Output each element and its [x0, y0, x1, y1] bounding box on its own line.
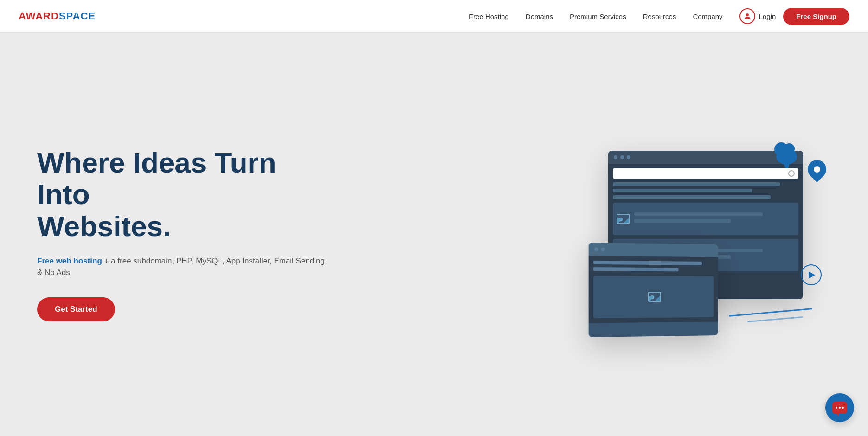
- image-placeholder-icon: [617, 214, 630, 224]
- logo-award: AWARD: [19, 10, 59, 22]
- hero-content: Where Ideas Turn Into Websites. Free web…: [37, 147, 325, 321]
- hero-subtitle: Free web hosting + a free subdomain, PHP…: [37, 255, 325, 279]
- sec-line-2: [593, 267, 678, 271]
- play-button-icon: [801, 264, 822, 285]
- chat-dot-2: [839, 407, 841, 409]
- browser-dot-s1: [594, 247, 598, 251]
- nav-item-company[interactable]: Company: [693, 13, 722, 20]
- nav-item-domains[interactable]: Domains: [526, 13, 553, 20]
- card-line-2: [634, 219, 731, 223]
- location-pin-shape: [804, 156, 830, 183]
- browser-dot-2: [620, 155, 624, 159]
- browser-url-bar: [613, 168, 798, 179]
- deco-line-2: [747, 316, 803, 322]
- browser-dot-s2: [601, 247, 605, 251]
- content-line-3: [613, 195, 771, 199]
- hero-section: Where Ideas Turn Into Websites. Free web…: [0, 32, 868, 436]
- nav-item-resources[interactable]: Resources: [643, 13, 676, 20]
- login-label: Login: [759, 13, 776, 20]
- browser-secondary: [589, 243, 718, 337]
- content-lines: [613, 182, 798, 199]
- card-line-1: [634, 212, 763, 216]
- sec-image-card: [593, 276, 714, 318]
- play-triangle: [809, 271, 815, 279]
- sec-line-1: [593, 261, 702, 265]
- sec-image-icon: [648, 292, 661, 302]
- browser-dot-3: [627, 155, 630, 159]
- location-pin-icon: [808, 160, 831, 188]
- nav-item-free-hosting[interactable]: Free Hosting: [469, 13, 509, 20]
- hero-subtitle-highlight: Free web hosting: [37, 256, 102, 265]
- logo[interactable]: AWARDSPACE: [19, 10, 96, 22]
- svg-point-0: [746, 13, 749, 16]
- hero-title: Where Ideas Turn Into Websites.: [37, 147, 325, 242]
- chat-widget[interactable]: [825, 393, 854, 422]
- image-card-1: [613, 203, 798, 235]
- browser-dot-1: [614, 155, 617, 159]
- signup-button[interactable]: Free Signup: [783, 8, 849, 25]
- get-started-button[interactable]: Get Started: [37, 297, 115, 321]
- nav-item-premium-services[interactable]: Premium Services: [570, 13, 626, 20]
- header-actions: Login Free Signup: [739, 8, 849, 25]
- logo-space: SPACE: [59, 10, 96, 22]
- browser-bar-2: [589, 243, 718, 257]
- deco-line-1: [729, 308, 812, 317]
- chat-dot-3: [842, 407, 844, 409]
- hero-illustration: [580, 114, 849, 355]
- site-header: AWARDSPACE Free Hosting Domains Premium …: [0, 0, 868, 32]
- content-line-2: [613, 189, 752, 192]
- cloud-drop: [784, 162, 789, 168]
- content-line-1: [613, 182, 780, 186]
- search-circle-icon: [788, 170, 795, 177]
- login-button[interactable]: Login: [739, 8, 776, 24]
- cloud-icon: [771, 141, 803, 165]
- user-icon: [739, 8, 755, 24]
- chat-dot-1: [836, 407, 837, 409]
- chat-bubble-icon: [832, 402, 847, 414]
- main-nav: Free Hosting Domains Premium Services Re…: [469, 13, 723, 20]
- browser-content-2: [589, 256, 718, 323]
